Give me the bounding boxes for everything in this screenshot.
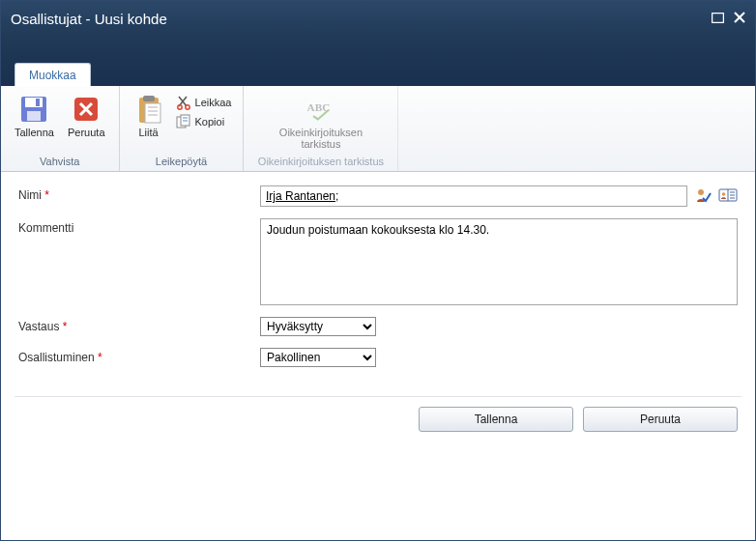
tab-row: Muokkaa <box>1 63 755 86</box>
row-comment: Kommentti <box>18 218 738 305</box>
save-button-ribbon[interactable]: Tallenna <box>11 92 58 140</box>
row-response: Vastaus * Hyväksytty <box>18 317 738 336</box>
titlebar: Osallistujat - Uusi kohde <box>1 1 755 36</box>
ribbon-group-label-clipboard: Leikepöytä <box>156 152 207 169</box>
save-button[interactable]: Tallenna <box>419 407 573 432</box>
cut-button[interactable]: Leikkaa <box>174 94 234 111</box>
window-title: Osallistujat - Uusi kohde <box>11 11 167 27</box>
row-participation: Osallistuminen * Pakollinen <box>18 348 738 367</box>
cancel-label: Peruuta <box>68 127 105 138</box>
ribbon-group-spellcheck: ABC Oikeinkirjoituksen tarkistus Oikeink… <box>244 86 398 171</box>
ribbon-group-confirm: Tallenna Peruuta Vahvista <box>1 86 120 171</box>
close-icon[interactable] <box>734 11 745 26</box>
dialog-window: Osallistujat - Uusi kohde Muokkaa Tallen… <box>0 0 756 541</box>
svg-rect-7 <box>143 96 155 101</box>
save-icon <box>18 94 49 125</box>
participation-select[interactable]: Pakollinen <box>260 348 376 367</box>
required-asterisk: * <box>98 351 102 364</box>
label-name: Nimi * <box>18 185 260 202</box>
cut-label: Leikkaa <box>195 97 232 108</box>
svg-rect-2 <box>25 98 43 107</box>
ribbon: Tallenna Peruuta Vahvista Liitä <box>1 86 755 172</box>
required-asterisk: * <box>63 320 68 333</box>
svg-rect-4 <box>36 99 40 106</box>
maximize-icon[interactable] <box>712 11 724 26</box>
label-response-text: Vastaus <box>18 320 59 333</box>
svg-rect-0 <box>712 14 724 23</box>
form-area: Nimi * Irja Rantanen ; Kommentti <box>1 172 755 392</box>
ribbon-group-label-spell: Oikeinkirjoituksen tarkistus <box>258 152 384 169</box>
cancel-button[interactable]: Peruuta <box>583 407 738 432</box>
svg-point-9 <box>177 105 181 109</box>
name-input[interactable]: Irja Rantanen ; <box>260 185 687 207</box>
response-select[interactable]: Hyväksytty <box>260 317 376 336</box>
label-participation-text: Osallistuminen <box>18 351 95 364</box>
save-label: Tallenna <box>15 127 54 138</box>
browse-people-button[interactable] <box>718 185 738 205</box>
name-resolved-value: Irja Rantanen <box>266 189 335 203</box>
spellcheck-icon: ABC <box>305 94 336 125</box>
label-comment: Kommentti <box>18 218 260 235</box>
paste-label: Liitä <box>138 127 158 138</box>
spellcheck-label: Oikeinkirjoituksen tarkistus <box>279 127 363 150</box>
check-names-button[interactable] <box>693 185 712 205</box>
svg-point-10 <box>185 105 189 109</box>
label-participation: Osallistuminen * <box>18 348 260 364</box>
required-asterisk: * <box>44 188 49 202</box>
titlebar-controls <box>712 11 745 26</box>
comment-textarea[interactable] <box>260 218 738 305</box>
svg-rect-8 <box>145 103 160 123</box>
copy-icon <box>176 114 191 129</box>
label-response: Vastaus * <box>18 317 260 333</box>
paste-icon <box>133 94 164 125</box>
button-row: Tallenna Peruuta <box>1 397 755 432</box>
copy-button[interactable]: Kopioi <box>174 113 234 130</box>
svg-point-16 <box>722 192 726 196</box>
svg-point-14 <box>698 189 704 195</box>
row-name: Nimi * Irja Rantanen ; <box>18 185 738 207</box>
spellcheck-button: ABC Oikeinkirjoituksen tarkistus <box>276 92 366 152</box>
ribbon-header: Muokkaa <box>1 36 755 86</box>
cut-icon <box>176 95 191 110</box>
cancel-button-ribbon[interactable]: Peruuta <box>64 92 109 140</box>
name-suffix: ; <box>335 189 338 203</box>
tab-edit[interactable]: Muokkaa <box>15 63 91 86</box>
copy-label: Kopioi <box>195 116 225 128</box>
paste-button[interactable]: Liitä <box>130 92 168 140</box>
svg-rect-3 <box>27 111 41 121</box>
label-name-text: Nimi <box>18 188 42 202</box>
cancel-icon <box>71 94 102 125</box>
ribbon-group-label-confirm: Vahvista <box>40 152 79 169</box>
ribbon-group-clipboard: Liitä Leikkaa Kopioi <box>120 86 245 171</box>
